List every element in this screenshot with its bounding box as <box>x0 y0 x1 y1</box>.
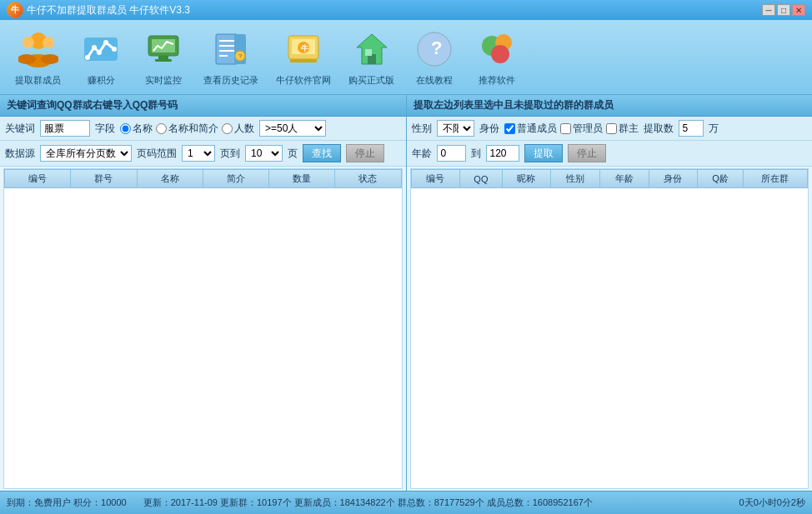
title-bar-left: 牛 牛仔不加群提取群成员 牛仔软件V3.3 <box>7 2 190 18</box>
extract-count-label: 提取数 <box>644 122 674 136</box>
datasource-select[interactable]: 全库所有分页数 指定分页 <box>40 145 132 162</box>
stop-button-left: 停止 <box>346 144 384 162</box>
page-to-label: 页到 <box>220 147 240 161</box>
col-group-in: 所在群 <box>743 170 807 188</box>
toolbar-official[interactable]: 牛 牛仔软件官网 <box>269 24 338 90</box>
age-to-input[interactable] <box>486 145 519 162</box>
unit-label: 万 <box>709 122 719 136</box>
extract-button[interactable]: 提取 <box>524 144 563 162</box>
normal-member-checkbox[interactable] <box>504 123 515 134</box>
col-count: 数量 <box>269 170 335 188</box>
left-filter-row1: 关键词 字段 名称 名称和简介 人数 >=50人 >=100人 <box>0 117 406 141</box>
right-panel-header: 提取左边列表里选中且未提取过的群的群成员 <box>407 95 813 117</box>
svg-rect-31 <box>365 49 372 56</box>
col-id: 编号 <box>5 170 71 188</box>
minimize-button[interactable]: ─ <box>762 4 775 16</box>
normal-member-text: 普通成员 <box>517 122 557 136</box>
extract-count-input[interactable] <box>679 120 704 137</box>
col-age: 年龄 <box>599 170 649 188</box>
tutorial-label: 在线教程 <box>416 74 453 87</box>
close-button[interactable]: ✕ <box>792 4 805 16</box>
radio-nameintro-text: 名称和简介 <box>168 122 218 136</box>
title-text: 牛仔不加群提取群成员 牛仔软件V3.3 <box>27 3 190 17</box>
col-intro: 简介 <box>203 170 268 188</box>
right-data-table[interactable]: 编号 QQ 昵称 性别 年龄 身份 Q龄 所在群 <box>410 168 809 489</box>
svg-point-36 <box>491 45 509 63</box>
radio-name-label[interactable]: 名称 <box>120 122 153 136</box>
svg-text:?: ? <box>238 52 243 60</box>
history-icon: ? <box>209 27 253 71</box>
radio-nameintro[interactable] <box>156 123 167 134</box>
status-user: 到期：免费用户 积分：10000 <box>7 497 127 509</box>
pagerange-label: 页码范围 <box>137 147 177 161</box>
radio-name[interactable] <box>120 123 131 134</box>
age-label: 年龄 <box>412 147 432 161</box>
main-content: 关键词查询QQ群或右键导入QQ群号码 关键词 字段 名称 名称和简介 人数 <box>0 95 812 491</box>
admin-checkbox[interactable] <box>560 123 571 134</box>
col-gender: 性别 <box>551 170 600 188</box>
field-label: 字段 <box>95 122 115 136</box>
score-icon <box>79 27 123 71</box>
toolbar-history[interactable]: ? 查看历史记录 <box>197 24 265 90</box>
page-unit: 页 <box>288 147 298 161</box>
left-data-table[interactable]: 编号 群号 名称 简介 数量 状态 <box>3 168 403 489</box>
gender-select[interactable]: 不限 男 女 <box>437 120 474 137</box>
svg-text:牛: 牛 <box>301 44 309 52</box>
right-filter-row2: 年龄 到 提取 停止 <box>407 141 813 167</box>
group-owner-checkbox[interactable] <box>606 123 617 134</box>
toolbar-monitor[interactable]: 实时监控 <box>134 24 193 90</box>
right-panel: 提取左边列表里选中且未提取过的群的群成员 性别 不限 男 女 身份 普通成员 管… <box>407 95 813 491</box>
gender-label: 性别 <box>412 122 432 136</box>
status-bar: 到期：免费用户 积分：10000 更新：2017-11-09 更新群：10197… <box>0 491 812 514</box>
toolbar-buy[interactable]: 购买正式版 <box>342 24 401 90</box>
title-bar-controls: ─ □ ✕ <box>762 4 805 16</box>
right-table: 编号 QQ 昵称 性别 年龄 身份 Q龄 所在群 <box>411 169 809 188</box>
col-qq-age: Q龄 <box>698 170 744 188</box>
status-update: 更新：2017-11-09 更新群：10197个 更新成员：184134822个… <box>143 497 593 509</box>
svg-point-7 <box>112 47 117 52</box>
svg-point-4 <box>43 37 54 48</box>
status-time: 0天0小时0分2秒 <box>739 497 805 509</box>
col-name: 名称 <box>137 170 203 188</box>
page-to-select[interactable]: 10 20 50 <box>245 145 283 162</box>
toolbar-tutorial[interactable]: ? 在线教程 <box>405 24 464 90</box>
to-label: 到 <box>471 147 481 161</box>
buy-icon <box>350 27 393 71</box>
admin-label[interactable]: 管理员 <box>560 122 603 136</box>
admin-text: 管理员 <box>573 122 603 136</box>
age-from-input[interactable] <box>437 145 466 162</box>
svg-point-9 <box>97 50 102 55</box>
normal-member-label[interactable]: 普通成员 <box>504 122 557 136</box>
keyword-input[interactable] <box>40 120 90 137</box>
search-button[interactable]: 查找 <box>303 144 341 162</box>
group-owner-label[interactable]: 群主 <box>606 122 639 136</box>
svg-point-3 <box>18 54 36 64</box>
field-radio-group: 名称 名称和简介 人数 <box>120 122 254 136</box>
svg-rect-14 <box>158 56 168 59</box>
col-r-id: 编号 <box>411 170 460 188</box>
official-icon: 牛 <box>282 27 325 71</box>
radio-count-text: 人数 <box>234 122 254 136</box>
radio-nameintro-label[interactable]: 名称和简介 <box>156 122 218 136</box>
recommend-icon <box>475 27 519 71</box>
col-identity: 身份 <box>649 170 698 188</box>
title-bar: 牛 牛仔不加群提取群成员 牛仔软件V3.3 ─ □ ✕ <box>0 0 812 20</box>
keyword-label: 关键词 <box>5 122 35 136</box>
count-select[interactable]: >=50人 >=100人 >=200人 >=500人 不限 <box>259 120 326 137</box>
svg-point-10 <box>92 45 97 50</box>
radio-count[interactable] <box>222 123 233 134</box>
radio-count-label[interactable]: 人数 <box>222 122 254 136</box>
page-from-select[interactable]: 1 2 3 <box>182 145 215 162</box>
maximize-button[interactable]: □ <box>777 4 790 16</box>
monitor-label: 实时监控 <box>145 74 182 87</box>
svg-rect-26 <box>290 59 317 62</box>
toolbar-extract-group[interactable]: 提取群成员 <box>8 24 68 90</box>
toolbar-recommend[interactable]: 推荐软件 <box>468 24 526 90</box>
col-nickname: 昵称 <box>502 170 551 188</box>
right-filter-row1: 性别 不限 男 女 身份 普通成员 管理员 群主 <box>407 117 813 141</box>
radio-name-text: 名称 <box>133 122 153 136</box>
svg-rect-15 <box>155 59 172 62</box>
col-status: 状态 <box>335 170 401 188</box>
toolbar-score[interactable]: 赚积分 <box>72 24 130 90</box>
identity-checkboxes: 普通成员 管理员 群主 <box>504 122 639 136</box>
